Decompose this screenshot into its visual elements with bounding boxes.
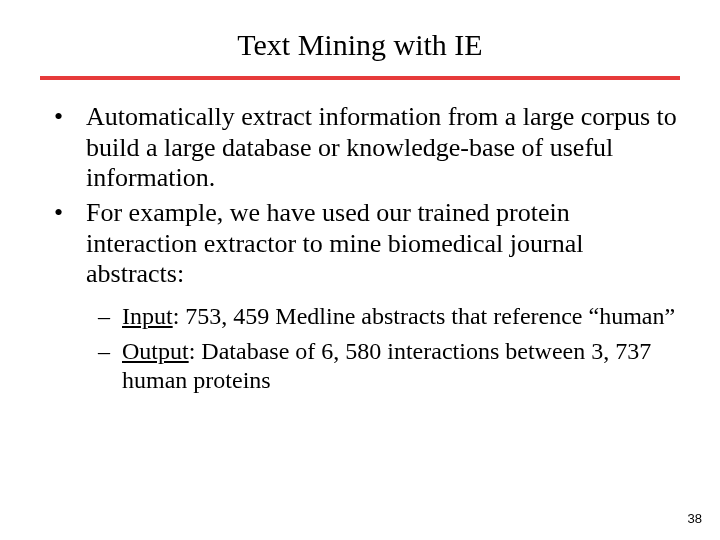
sub-bullet-text: : 753, 459 Medline abstracts that refere… (173, 303, 675, 329)
sub-bullet-label: Input (122, 303, 173, 329)
bullet-list: Automatically extract information from a… (40, 102, 680, 290)
page-number: 38 (688, 511, 702, 526)
slide-title: Text Mining with IE (40, 28, 680, 62)
sub-bullet-item: Input: 753, 459 Medline abstracts that r… (96, 302, 680, 331)
title-underline (40, 76, 680, 80)
sub-bullet-list: Input: 753, 459 Medline abstracts that r… (40, 302, 680, 394)
bullet-item: For example, we have used our trained pr… (44, 198, 680, 290)
sub-bullet-text: : Database of 6, 580 interactions betwee… (122, 338, 651, 393)
sub-bullet-label: Output (122, 338, 189, 364)
sub-bullet-item: Output: Database of 6, 580 interactions … (96, 337, 680, 395)
bullet-item: Automatically extract information from a… (44, 102, 680, 194)
